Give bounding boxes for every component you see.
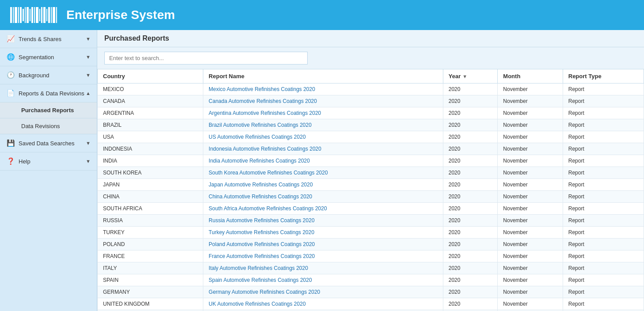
cell-report-type: Report	[563, 119, 644, 131]
cell-report-name[interactable]: Russia Automotive Refinishes Coatings 20…	[203, 215, 443, 227]
cell-report-name[interactable]: Germany Automotive Refinishes Coatings 2…	[203, 286, 443, 298]
sort-icon-year: ▼	[462, 74, 467, 79]
sidebar-label-data-revisions: Data Revisions	[21, 123, 60, 129]
cell-month: November	[498, 274, 563, 286]
cell-report-type: Report	[563, 155, 644, 167]
svg-rect-11	[36, 7, 38, 23]
cell-country: GERMANY	[98, 286, 203, 298]
cell-report-name[interactable]: France Automotive Refinishes Coatings 20…	[203, 250, 443, 262]
cell-year: 2020	[443, 143, 498, 155]
cell-report-name[interactable]: Japan Automotive Refinishes Coatings 202…	[203, 179, 443, 191]
cell-country: POLAND	[98, 239, 203, 250]
cell-country: SPAIN	[98, 274, 203, 286]
cell-year: 2020	[443, 203, 498, 215]
table-row: INDONESIAIndonesia Automotive Refinishes…	[98, 143, 644, 155]
svg-rect-7	[27, 7, 29, 23]
svg-rect-14	[43, 7, 46, 23]
cell-report-type: Report	[563, 215, 644, 227]
sidebar-item-segmentation[interactable]: 🌐Segmentation▼	[0, 48, 97, 66]
cell-month: November	[498, 107, 563, 119]
cell-report-type: Report	[563, 203, 644, 215]
cell-report-name[interactable]: Canada Automotive Refinishes Coatings 20…	[203, 95, 443, 107]
svg-rect-2	[15, 7, 17, 23]
cell-month: November	[498, 262, 563, 274]
cell-report-name[interactable]: US Automotive Refinishes Coatings 2020	[203, 131, 443, 143]
table-row: MEXICOMexico Automotive Refinishes Coati…	[98, 83, 644, 95]
cell-year: 2020	[443, 83, 498, 95]
sidebar-item-trends-shares[interactable]: 📈Trends & Shares▼	[0, 30, 97, 48]
cell-report-name[interactable]: India Automotive Refinishes Coatings 202…	[203, 155, 443, 167]
sidebar-item-background[interactable]: 🕐Background▼	[0, 66, 97, 84]
sidebar-icon-help: ❓	[6, 157, 15, 166]
sidebar-item-saved-data-searches[interactable]: 💾Saved Data Searches▼	[0, 134, 97, 152]
sidebar-icon-saved-data-searches: 💾	[6, 139, 15, 148]
cell-report-name[interactable]: Italy Automotive Refinishes Coatings 202…	[203, 262, 443, 274]
cell-year: 2020	[443, 107, 498, 119]
search-bar	[97, 47, 644, 69]
col-header-country: Country	[98, 69, 203, 83]
sidebar-label-background: Background	[19, 72, 49, 79]
logo-icon	[9, 5, 58, 25]
cell-report-name[interactable]: Brazil Automotive Refinishes Coatings 20…	[203, 119, 443, 131]
sidebar-item-data-revisions[interactable]: Data Revisions	[0, 118, 97, 134]
cell-month: November	[498, 119, 563, 131]
cell-country: MEXICO	[98, 83, 203, 95]
cell-report-type: Report	[563, 274, 644, 286]
cell-report-name[interactable]: UK Automotive Refinishes Coatings 2020	[203, 298, 443, 310]
reports-table-container: CountryReport NameYear▼MonthReport Type …	[97, 69, 644, 311]
cell-report-type: Report	[563, 95, 644, 107]
cell-report-type: Report	[563, 167, 644, 179]
col-header-report_type: Report Type	[563, 69, 644, 83]
cell-year: 2020	[443, 191, 498, 203]
table-row: FRANCEFrance Automotive Refinishes Coati…	[98, 250, 644, 262]
cell-report-name[interactable]: Indonesia Automotive Refinishes Coatings…	[203, 143, 443, 155]
cell-report-name[interactable]: South Africa Automotive Refinishes Coati…	[203, 203, 443, 215]
table-row: BRAZILBrazil Automotive Refinishes Coati…	[98, 119, 644, 131]
table-header: CountryReport NameYear▼MonthReport Type	[98, 69, 644, 83]
sidebar-item-help[interactable]: ❓Help▼	[0, 152, 97, 171]
sidebar-item-purchased-reports[interactable]: Purchased Reports	[0, 102, 97, 118]
cell-report-name[interactable]: Argentina Automotive Refinishes Coatings…	[203, 107, 443, 119]
cell-country: CANADA	[98, 95, 203, 107]
table-row: RUSSIARussia Automotive Refinishes Coati…	[98, 215, 644, 227]
chevron-icon-saved-data-searches: ▼	[86, 140, 91, 146]
cell-report-name[interactable]: Spain Automotive Refinishes Coatings 202…	[203, 274, 443, 286]
cell-report-type: Report	[563, 83, 644, 95]
cell-report-name[interactable]: South Korea Automotive Refinishes Coatin…	[203, 167, 443, 179]
cell-country: CHINA	[98, 191, 203, 203]
cell-report-name[interactable]: Turkey Automotive Refinishes Coatings 20…	[203, 227, 443, 239]
svg-rect-18	[53, 7, 55, 23]
sidebar-item-reports-data-revisions[interactable]: 📄Reports & Data Revisions▲	[0, 84, 97, 102]
cell-country: FRANCE	[98, 250, 203, 262]
svg-rect-10	[34, 7, 35, 23]
col-header-year[interactable]: Year▼	[443, 69, 498, 83]
sidebar-label-trends-shares: Trends & Shares	[19, 36, 61, 42]
table-row: CHINAChina Automotive Refinishes Coating…	[98, 191, 644, 203]
cell-report-name[interactable]: China Automotive Refinishes Coatings 202…	[203, 191, 443, 203]
app-title: Enterprise System	[66, 8, 175, 22]
svg-rect-13	[41, 7, 42, 23]
search-input[interactable]	[104, 52, 308, 64]
table-row: SOUTH AFRICASouth Africa Automotive Refi…	[98, 203, 644, 215]
cell-country: INDIA	[98, 155, 203, 167]
sidebar: 📈Trends & Shares▼🌐Segmentation▼🕐Backgrou…	[0, 30, 97, 311]
cell-report-type: Report	[563, 298, 644, 310]
svg-rect-0	[10, 7, 12, 23]
sidebar-label-purchased-reports: Purchased Reports	[21, 107, 74, 114]
cell-country: UNITED KINGDOM	[98, 298, 203, 310]
cell-month: November	[498, 250, 563, 262]
cell-year: 2020	[443, 250, 498, 262]
table-row: INDIAIndia Automotive Refinishes Coating…	[98, 155, 644, 167]
table-row: JAPANJapan Automotive Refinishes Coating…	[98, 179, 644, 191]
cell-country: RUSSIA	[98, 215, 203, 227]
cell-report-type: Report	[563, 131, 644, 143]
svg-rect-9	[31, 7, 33, 23]
cell-report-name[interactable]: Poland Automotive Refinishes Coatings 20…	[203, 239, 443, 250]
svg-rect-3	[18, 7, 19, 23]
cell-report-name[interactable]: Mexico Automotive Refinishes Coatings 20…	[203, 83, 443, 95]
cell-country: TURKEY	[98, 227, 203, 239]
sidebar-icon-background: 🕐	[6, 71, 15, 80]
table-row: TURKEYTurkey Automotive Refinishes Coati…	[98, 227, 644, 239]
cell-report-type: Report	[563, 179, 644, 191]
cell-month: November	[498, 203, 563, 215]
